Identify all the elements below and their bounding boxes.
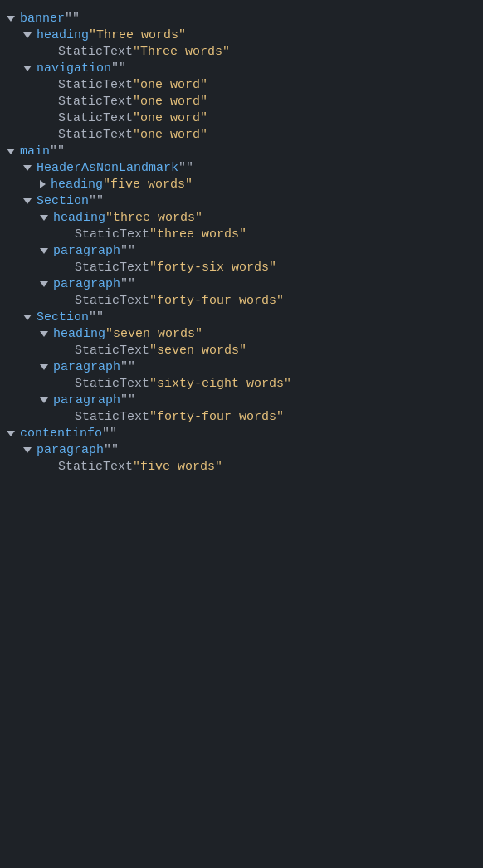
node-type-label: paragraph bbox=[53, 393, 120, 407]
tree-line: StaticText "one word" bbox=[0, 93, 483, 110]
collapse-triangle-down[interactable] bbox=[23, 165, 32, 171]
node-type-label: paragraph bbox=[53, 277, 120, 291]
node-value-label: "five words" bbox=[133, 460, 222, 474]
tree-line[interactable]: Section "" bbox=[0, 309, 483, 325]
node-empty-string: "" bbox=[104, 443, 119, 457]
node-empty-string: "" bbox=[102, 427, 117, 441]
tree-line: StaticText "one word" bbox=[0, 110, 483, 126]
tree-line[interactable]: HeaderAsNonLandmark "" bbox=[0, 159, 483, 176]
node-value-label: "five words" bbox=[103, 178, 193, 192]
tree-line: StaticText "five words" bbox=[0, 458, 483, 475]
collapse-triangle-down[interactable] bbox=[40, 397, 48, 403]
node-type-label: Section bbox=[37, 310, 89, 324]
node-value-label: "forty-four words" bbox=[149, 294, 284, 308]
node-type-label: StaticText bbox=[75, 227, 149, 241]
node-type-label: StaticText bbox=[75, 377, 149, 391]
tree-line: StaticText "forty-four words" bbox=[0, 292, 483, 309]
tree-line[interactable]: heading "five words" bbox=[0, 176, 483, 193]
tree-line[interactable]: main "" bbox=[0, 143, 483, 159]
node-value-label: "forty-six words" bbox=[149, 261, 276, 275]
node-type-label: StaticText bbox=[58, 95, 133, 109]
collapse-triangle-down[interactable] bbox=[40, 281, 48, 287]
node-type-label: StaticText bbox=[58, 460, 133, 474]
tree-line: StaticText "sixty-eight words" bbox=[0, 375, 483, 392]
node-type-label: StaticText bbox=[58, 45, 133, 59]
collapse-triangle-down[interactable] bbox=[23, 447, 32, 453]
node-type-label: StaticText bbox=[58, 111, 133, 125]
node-value-label: "three words" bbox=[105, 211, 202, 225]
tree-line: StaticText "Three words" bbox=[0, 43, 483, 60]
node-type-label: paragraph bbox=[53, 360, 120, 374]
node-value-label: "seven words" bbox=[105, 327, 202, 341]
node-value-label: "one word" bbox=[133, 128, 207, 142]
node-type-label: HeaderAsNonLandmark bbox=[37, 161, 178, 175]
tree-line[interactable]: heading "Three words" bbox=[0, 27, 483, 43]
node-empty-string: "" bbox=[111, 61, 126, 76]
tree-line: StaticText "three words" bbox=[0, 226, 483, 242]
collapse-triangle-down[interactable] bbox=[40, 364, 48, 370]
tree-line[interactable]: Section "" bbox=[0, 193, 483, 209]
node-empty-string: "" bbox=[120, 244, 135, 258]
node-value-label: "seven words" bbox=[149, 344, 246, 358]
tree-line[interactable]: paragraph "" bbox=[0, 358, 483, 375]
tree-line[interactable]: heading "three words" bbox=[0, 209, 483, 226]
collapse-triangle-right[interactable] bbox=[40, 180, 46, 188]
collapse-triangle-down[interactable] bbox=[40, 248, 48, 254]
tree-line: StaticText "one word" bbox=[0, 126, 483, 143]
collapse-triangle-down[interactable] bbox=[23, 66, 32, 71]
collapse-triangle-down[interactable] bbox=[7, 431, 15, 436]
node-empty-string: "" bbox=[50, 144, 65, 158]
node-type-label: navigation bbox=[37, 61, 111, 76]
tree-line[interactable]: paragraph "" bbox=[0, 392, 483, 408]
node-type-label: contentinfo bbox=[20, 427, 102, 441]
node-type-label: paragraph bbox=[37, 443, 104, 457]
node-value-label: "three words" bbox=[149, 227, 246, 241]
node-empty-string: "" bbox=[120, 360, 135, 374]
node-type-label: StaticText bbox=[75, 294, 149, 308]
node-type-label: main bbox=[20, 144, 50, 158]
node-type-label: StaticText bbox=[58, 78, 133, 92]
node-type-label: heading bbox=[37, 28, 89, 42]
tree-line: StaticText "one word" bbox=[0, 76, 483, 93]
collapse-triangle-down[interactable] bbox=[7, 16, 15, 22]
node-type-label: StaticText bbox=[75, 410, 149, 424]
tree-line[interactable]: navigation "" bbox=[0, 60, 483, 76]
collapse-triangle-down[interactable] bbox=[23, 32, 32, 38]
accessibility-tree: banner ""heading "Three words"StaticText… bbox=[0, 7, 483, 478]
node-empty-string: "" bbox=[120, 277, 135, 291]
tree-line[interactable]: paragraph "" bbox=[0, 441, 483, 458]
collapse-triangle-down[interactable] bbox=[40, 215, 48, 221]
node-type-label: heading bbox=[51, 178, 103, 192]
node-empty-string: "" bbox=[178, 161, 193, 175]
tree-line[interactable]: paragraph "" bbox=[0, 242, 483, 259]
collapse-triangle-down[interactable] bbox=[23, 198, 32, 204]
node-type-label: paragraph bbox=[53, 244, 120, 258]
node-value-label: "Three words" bbox=[133, 45, 230, 59]
node-empty-string: "" bbox=[89, 194, 104, 208]
collapse-triangle-down[interactable] bbox=[7, 149, 15, 154]
tree-line[interactable]: contentinfo "" bbox=[0, 425, 483, 441]
node-value-label: "one word" bbox=[133, 111, 207, 125]
node-type-label: StaticText bbox=[75, 344, 149, 358]
tree-line: StaticText "seven words" bbox=[0, 342, 483, 358]
node-type-label: heading bbox=[53, 211, 105, 225]
tree-line: StaticText "forty-six words" bbox=[0, 259, 483, 276]
node-type-label: heading bbox=[53, 327, 105, 341]
node-empty-string: "" bbox=[65, 12, 80, 26]
node-type-label: StaticText bbox=[75, 261, 149, 275]
node-value-label: "sixty-eight words" bbox=[149, 377, 291, 391]
tree-line[interactable]: paragraph "" bbox=[0, 276, 483, 292]
node-value-label: "one word" bbox=[133, 78, 207, 92]
node-empty-string: "" bbox=[89, 310, 104, 324]
node-value-label: "Three words" bbox=[89, 28, 186, 42]
tree-line: StaticText "forty-four words" bbox=[0, 408, 483, 425]
collapse-triangle-down[interactable] bbox=[23, 315, 32, 320]
node-value-label: "one word" bbox=[133, 95, 207, 109]
node-type-label: banner bbox=[20, 12, 65, 26]
collapse-triangle-down[interactable] bbox=[40, 331, 48, 337]
node-type-label: StaticText bbox=[58, 128, 133, 142]
tree-line[interactable]: heading "seven words" bbox=[0, 325, 483, 342]
tree-line[interactable]: banner "" bbox=[0, 10, 483, 27]
node-value-label: "forty-four words" bbox=[149, 410, 284, 424]
node-empty-string: "" bbox=[120, 393, 135, 407]
